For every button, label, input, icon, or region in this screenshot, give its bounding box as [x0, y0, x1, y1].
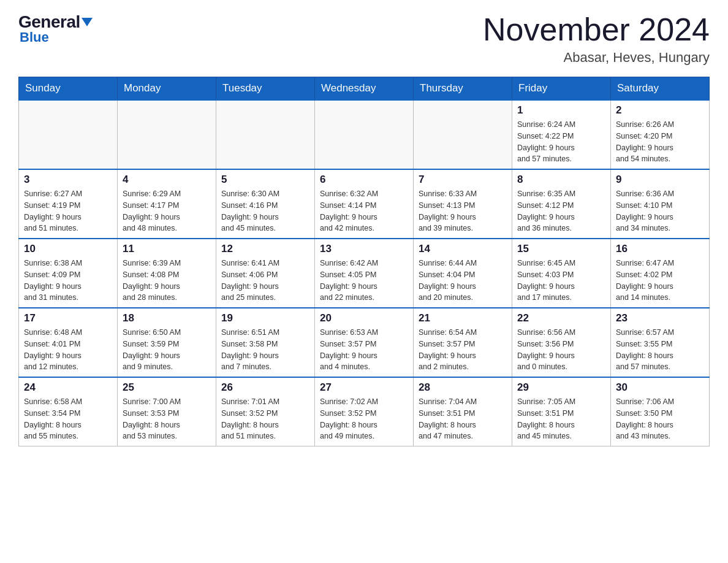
day-info: Sunrise: 6:39 AMSunset: 4:08 PMDaylight:…: [123, 258, 211, 304]
calendar-day-cell: 11Sunrise: 6:39 AMSunset: 4:08 PMDayligh…: [118, 239, 216, 308]
day-of-week-header: Wednesday: [315, 77, 414, 101]
calendar-day-cell: [216, 100, 315, 169]
day-number: 29: [517, 381, 605, 394]
day-of-week-header: Tuesday: [216, 77, 315, 101]
day-info: Sunrise: 6:41 AMSunset: 4:06 PMDaylight:…: [221, 258, 309, 304]
calendar-day-cell: 25Sunrise: 7:00 AMSunset: 3:53 PMDayligh…: [118, 377, 216, 446]
calendar-day-cell: [19, 100, 118, 169]
day-of-week-header: Monday: [118, 77, 216, 101]
calendar-week-row: 3Sunrise: 6:27 AMSunset: 4:19 PMDaylight…: [19, 169, 710, 239]
day-number: 21: [419, 312, 507, 324]
day-number: 27: [320, 381, 408, 394]
day-number: 9: [616, 174, 704, 186]
calendar-day-cell: 30Sunrise: 7:06 AMSunset: 3:50 PMDayligh…: [611, 377, 710, 446]
day-info: Sunrise: 7:02 AMSunset: 3:52 PMDaylight:…: [320, 396, 408, 442]
day-info: Sunrise: 6:53 AMSunset: 3:57 PMDaylight:…: [320, 327, 408, 373]
logo: General Blue: [18, 12, 93, 45]
month-title: November 2024: [483, 12, 710, 47]
calendar-day-cell: 12Sunrise: 6:41 AMSunset: 4:06 PMDayligh…: [216, 239, 315, 308]
day-info: Sunrise: 6:47 AMSunset: 4:02 PMDaylight:…: [616, 258, 704, 304]
day-number: 23: [616, 312, 704, 324]
day-number: 14: [419, 243, 507, 255]
calendar-day-cell: 4Sunrise: 6:29 AMSunset: 4:17 PMDaylight…: [118, 169, 216, 239]
day-number: 4: [123, 174, 211, 186]
calendar-day-cell: 20Sunrise: 6:53 AMSunset: 3:57 PMDayligh…: [315, 308, 414, 377]
day-info: Sunrise: 7:04 AMSunset: 3:51 PMDaylight:…: [419, 396, 507, 442]
day-of-week-header: Friday: [512, 77, 611, 101]
page-header: General Blue November 2024 Abasar, Heves…: [18, 12, 710, 66]
calendar-day-cell: 21Sunrise: 6:54 AMSunset: 3:57 PMDayligh…: [414, 308, 512, 377]
title-block: November 2024 Abasar, Heves, Hungary: [483, 12, 710, 66]
calendar-day-cell: 16Sunrise: 6:47 AMSunset: 4:02 PMDayligh…: [611, 239, 710, 308]
calendar-week-row: 10Sunrise: 6:38 AMSunset: 4:09 PMDayligh…: [19, 239, 710, 308]
day-info: Sunrise: 6:48 AMSunset: 4:01 PMDaylight:…: [24, 327, 112, 373]
day-info: Sunrise: 6:35 AMSunset: 4:12 PMDaylight:…: [517, 188, 605, 234]
day-info: Sunrise: 6:44 AMSunset: 4:04 PMDaylight:…: [419, 258, 507, 304]
day-number: 8: [517, 174, 605, 186]
calendar-day-cell: [315, 100, 414, 169]
calendar-day-cell: 10Sunrise: 6:38 AMSunset: 4:09 PMDayligh…: [19, 239, 118, 308]
calendar-day-cell: 5Sunrise: 6:30 AMSunset: 4:16 PMDaylight…: [216, 169, 315, 239]
calendar-day-cell: 29Sunrise: 7:05 AMSunset: 3:51 PMDayligh…: [512, 377, 611, 446]
calendar-day-cell: 17Sunrise: 6:48 AMSunset: 4:01 PMDayligh…: [19, 308, 118, 377]
calendar-day-cell: 13Sunrise: 6:42 AMSunset: 4:05 PMDayligh…: [315, 239, 414, 308]
day-info: Sunrise: 6:36 AMSunset: 4:10 PMDaylight:…: [616, 188, 704, 234]
day-number: 24: [24, 381, 112, 394]
calendar-day-cell: 18Sunrise: 6:50 AMSunset: 3:59 PMDayligh…: [118, 308, 216, 377]
calendar-day-cell: 7Sunrise: 6:33 AMSunset: 4:13 PMDaylight…: [414, 169, 512, 239]
day-number: 2: [616, 104, 704, 117]
calendar-week-row: 24Sunrise: 6:58 AMSunset: 3:54 PMDayligh…: [19, 377, 710, 446]
day-of-week-header: Thursday: [414, 77, 512, 101]
day-info: Sunrise: 6:26 AMSunset: 4:20 PMDaylight:…: [616, 119, 704, 165]
day-number: 20: [320, 312, 408, 324]
day-info: Sunrise: 6:30 AMSunset: 4:16 PMDaylight:…: [221, 188, 309, 234]
calendar-day-cell: 26Sunrise: 7:01 AMSunset: 3:52 PMDayligh…: [216, 377, 315, 446]
calendar-day-cell: 6Sunrise: 6:32 AMSunset: 4:14 PMDaylight…: [315, 169, 414, 239]
day-info: Sunrise: 6:42 AMSunset: 4:05 PMDaylight:…: [320, 258, 408, 304]
calendar-day-cell: 1Sunrise: 6:24 AMSunset: 4:22 PMDaylight…: [512, 100, 611, 169]
day-number: 13: [320, 243, 408, 255]
day-info: Sunrise: 6:32 AMSunset: 4:14 PMDaylight:…: [320, 188, 408, 234]
day-number: 26: [221, 381, 309, 394]
day-info: Sunrise: 6:56 AMSunset: 3:56 PMDaylight:…: [517, 327, 605, 373]
day-number: 25: [123, 381, 211, 394]
day-info: Sunrise: 7:05 AMSunset: 3:51 PMDaylight:…: [517, 396, 605, 442]
day-info: Sunrise: 6:29 AMSunset: 4:17 PMDaylight:…: [123, 188, 211, 234]
day-info: Sunrise: 6:38 AMSunset: 4:09 PMDaylight:…: [24, 258, 112, 304]
calendar-day-cell: [118, 100, 216, 169]
calendar-week-row: 1Sunrise: 6:24 AMSunset: 4:22 PMDaylight…: [19, 100, 710, 169]
calendar-day-cell: 2Sunrise: 6:26 AMSunset: 4:20 PMDaylight…: [611, 100, 710, 169]
day-number: 5: [221, 174, 309, 186]
calendar-day-cell: 23Sunrise: 6:57 AMSunset: 3:55 PMDayligh…: [611, 308, 710, 377]
location-text: Abasar, Heves, Hungary: [483, 50, 710, 66]
calendar-day-cell: 8Sunrise: 6:35 AMSunset: 4:12 PMDaylight…: [512, 169, 611, 239]
day-info: Sunrise: 6:54 AMSunset: 3:57 PMDaylight:…: [419, 327, 507, 373]
day-of-week-header: Saturday: [611, 77, 710, 101]
calendar-day-cell: [414, 100, 512, 169]
day-info: Sunrise: 6:51 AMSunset: 3:58 PMDaylight:…: [221, 327, 309, 373]
day-number: 1: [517, 104, 605, 117]
logo-blue-text: Blue: [20, 29, 49, 45]
calendar-day-cell: 9Sunrise: 6:36 AMSunset: 4:10 PMDaylight…: [611, 169, 710, 239]
day-info: Sunrise: 7:01 AMSunset: 3:52 PMDaylight:…: [221, 396, 309, 442]
calendar-day-cell: 14Sunrise: 6:44 AMSunset: 4:04 PMDayligh…: [414, 239, 512, 308]
day-info: Sunrise: 7:06 AMSunset: 3:50 PMDaylight:…: [616, 396, 704, 442]
calendar-day-cell: 22Sunrise: 6:56 AMSunset: 3:56 PMDayligh…: [512, 308, 611, 377]
day-number: 15: [517, 243, 605, 255]
day-info: Sunrise: 6:27 AMSunset: 4:19 PMDaylight:…: [24, 188, 112, 234]
calendar-day-cell: 28Sunrise: 7:04 AMSunset: 3:51 PMDayligh…: [414, 377, 512, 446]
day-number: 18: [123, 312, 211, 324]
calendar-day-cell: 15Sunrise: 6:45 AMSunset: 4:03 PMDayligh…: [512, 239, 611, 308]
day-number: 19: [221, 312, 309, 324]
day-info: Sunrise: 7:00 AMSunset: 3:53 PMDaylight:…: [123, 396, 211, 442]
logo-triangle-icon: [82, 18, 93, 26]
day-info: Sunrise: 6:33 AMSunset: 4:13 PMDaylight:…: [419, 188, 507, 234]
day-number: 17: [24, 312, 112, 324]
calendar-day-cell: 27Sunrise: 7:02 AMSunset: 3:52 PMDayligh…: [315, 377, 414, 446]
day-number: 12: [221, 243, 309, 255]
day-number: 28: [419, 381, 507, 394]
calendar-header-row: SundayMondayTuesdayWednesdayThursdayFrid…: [19, 77, 710, 101]
calendar-day-cell: 19Sunrise: 6:51 AMSunset: 3:58 PMDayligh…: [216, 308, 315, 377]
day-number: 16: [616, 243, 704, 255]
day-info: Sunrise: 6:24 AMSunset: 4:22 PMDaylight:…: [517, 119, 605, 165]
